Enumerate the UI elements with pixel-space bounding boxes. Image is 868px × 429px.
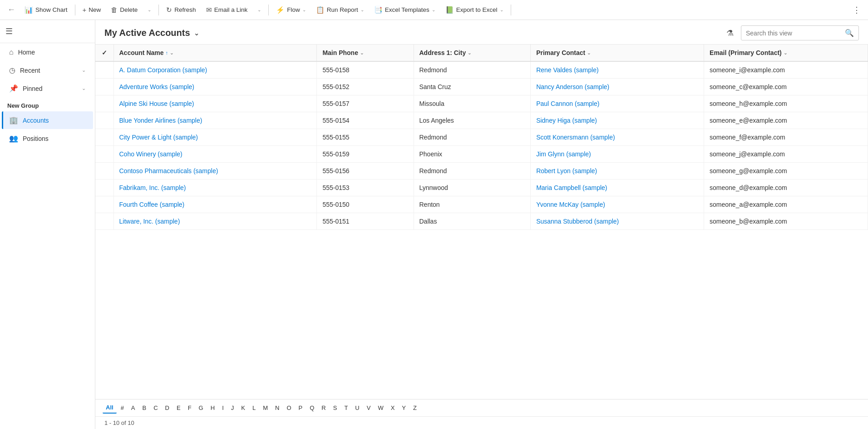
col-header-email[interactable]: Email (Primary Contact) ⌄ [704,45,868,61]
alpha-btn-r[interactable]: R [318,403,329,413]
alpha-btn-o[interactable]: O [283,403,294,413]
back-button[interactable]: ← [4,3,19,16]
row-checkbox-3[interactable] [95,112,113,129]
sidebar-item-home[interactable]: ⌂ Home [2,44,93,61]
delete-button[interactable]: 🗑 Delete [106,3,142,16]
recent-icon: ◷ [9,66,15,75]
refresh-button[interactable]: ↻ Refresh [162,3,200,17]
col-header-main-phone[interactable]: Main Phone ⌄ [317,45,414,61]
alpha-btn-h[interactable]: H [207,403,218,413]
select-all-header[interactable]: ✓ [95,45,113,61]
contact-link-4[interactable]: Scott Konersmann (sample) [536,134,615,141]
email-link-button[interactable]: ✉ Email a Link [202,3,252,17]
filter-button[interactable]: ⚗ [723,26,737,40]
search-input[interactable] [741,27,840,40]
contact-link-9[interactable]: Susanna Stubberod (sample) [536,218,619,225]
row-checkbox-6[interactable] [95,163,113,180]
alpha-btn-e[interactable]: E [173,403,184,413]
sidebar-item-accounts[interactable]: 🏢 Accounts [2,111,93,129]
alpha-btn-y[interactable]: Y [399,403,409,413]
col-header-account-name[interactable]: Account Name ↑ ⌄ [113,45,317,61]
alpha-btn-j[interactable]: J [228,403,237,413]
excel-templates-button[interactable]: 📑 Excel Templates ⌄ [370,3,440,17]
row-checkbox-5[interactable] [95,146,113,163]
contact-link-0[interactable]: Rene Valdes (sample) [536,66,598,74]
alpha-btn-q[interactable]: Q [306,403,317,413]
hamburger-button[interactable]: ☰ [2,23,16,40]
flow-icon: ⚡ [276,6,285,14]
refresh-icon: ↻ [166,6,172,14]
col-header-city[interactable]: Address 1: City ⌄ [414,45,531,61]
new-button[interactable]: + New [78,3,106,16]
alpha-btn-i[interactable]: I [219,403,227,413]
excel-templates-chevron-icon: ⌄ [432,7,435,12]
row-checkbox-9[interactable] [95,213,113,230]
alpha-btn-a[interactable]: A [128,403,138,413]
cell-city-6: Redmond [414,163,531,180]
alpha-btn-s[interactable]: S [330,403,340,413]
search-button[interactable]: 🔍 [840,26,858,40]
table-row: Alpine Ski House (sample) 555-0157 Misso… [95,95,868,112]
alpha-btn-d[interactable]: D [162,403,173,413]
run-report-button[interactable]: 📋 Run Report ⌄ [311,3,369,17]
sidebar-item-recent[interactable]: ◷ Recent ⌄ [2,61,93,79]
export-excel-button[interactable]: 📗 Export to Excel ⌄ [441,3,508,17]
alpha-btn-w[interactable]: W [375,403,386,413]
row-checkbox-8[interactable] [95,196,113,213]
pinned-chevron-icon: ⌄ [82,85,86,91]
account-name-link-6[interactable]: Contoso Pharmaceuticals (sample) [119,167,218,175]
row-checkbox-4[interactable] [95,129,113,146]
account-name-link-3[interactable]: Blue Yonder Airlines (sample) [119,117,202,124]
alpha-btn-k[interactable]: K [238,403,248,413]
row-checkbox-1[interactable] [95,79,113,95]
col-header-primary-contact[interactable]: Primary Contact ⌄ [531,45,704,61]
account-name-link-9[interactable]: Litware, Inc. (sample) [119,218,180,225]
account-name-link-8[interactable]: Fourth Coffee (sample) [119,201,185,208]
contact-link-1[interactable]: Nancy Anderson (sample) [536,83,609,90]
contact-link-6[interactable]: Robert Lyon (sample) [536,167,597,175]
sidebar-item-positions[interactable]: 👥 Positions [2,130,93,147]
cell-phone-5: 555-0159 [317,146,414,163]
contact-link-8[interactable]: Yvonne McKay (sample) [536,201,605,208]
alpha-btn-f[interactable]: F [185,403,195,413]
contact-link-3[interactable]: Sidney Higa (sample) [536,117,597,124]
alpha-btn-n[interactable]: N [272,403,282,413]
alpha-btn-x[interactable]: X [388,403,398,413]
cell-phone-8: 555-0150 [317,196,414,213]
search-box: 🔍 [741,25,859,40]
contact-link-7[interactable]: Maria Campbell (sample) [536,184,607,191]
cell-email-1: someone_c@example.com [704,79,868,95]
alpha-btn-u[interactable]: U [352,403,362,413]
alpha-btn-z[interactable]: Z [410,403,420,413]
alpha-btn-g[interactable]: G [196,403,207,413]
contact-link-2[interactable]: Paul Cannon (sample) [536,100,599,107]
row-checkbox-2[interactable] [95,95,113,112]
delete-chevron-button[interactable]: ⌄ [143,5,156,15]
row-checkbox-0[interactable] [95,61,113,79]
more-options-button[interactable]: ⋮ [849,3,864,17]
alpha-btn-t[interactable]: T [341,403,351,413]
flow-button[interactable]: ⚡ Flow ⌄ [271,3,311,17]
row-checkbox-7[interactable] [95,180,113,196]
account-name-link-2[interactable]: Alpine Ski House (sample) [119,100,194,107]
account-name-link-1[interactable]: Adventure Works (sample) [119,83,194,90]
email-chevron-button[interactable]: ⌄ [253,5,266,15]
view-title[interactable]: My Active Accounts ⌄ [104,28,199,38]
account-name-link-4[interactable]: City Power & Light (sample) [119,134,198,141]
contact-link-5[interactable]: Jim Glynn (sample) [536,150,591,158]
alpha-btn-m[interactable]: M [260,403,271,413]
alpha-btn-l[interactable]: L [249,403,259,413]
account-name-link-5[interactable]: Coho Winery (sample) [119,150,182,158]
alpha-btn-b[interactable]: B [139,403,150,413]
alpha-btn-c[interactable]: C [150,403,161,413]
cell-account-name-0: A. Datum Corporation (sample) [113,61,317,79]
alpha-btn-all[interactable]: All [103,402,117,414]
separator-1 [75,5,75,15]
alpha-btn-v[interactable]: V [364,403,374,413]
account-name-link-7[interactable]: Fabrikam, Inc. (sample) [119,184,186,191]
alpha-btn-#[interactable]: # [118,403,127,413]
sidebar-item-pinned[interactable]: 📌 Pinned ⌄ [2,80,93,97]
account-name-link-0[interactable]: A. Datum Corporation (sample) [119,66,207,74]
alpha-btn-p[interactable]: P [296,403,306,413]
show-chart-button[interactable]: 📊 Show Chart [20,3,72,17]
